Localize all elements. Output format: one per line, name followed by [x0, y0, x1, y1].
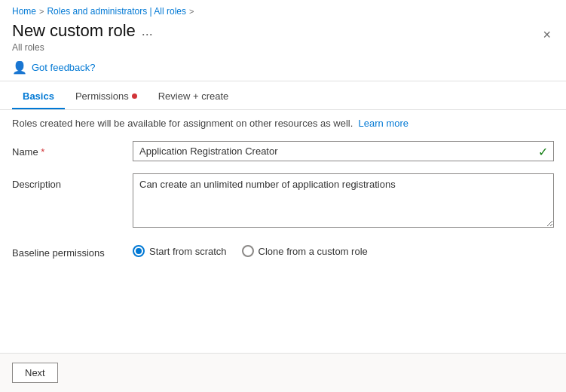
breadcrumb-sep1: >: [39, 7, 44, 16]
info-row: Roles created here will be available for…: [0, 110, 566, 132]
name-input-wrapper: ✓: [133, 141, 554, 161]
name-label: Name *: [12, 141, 133, 158]
description-label: Description: [12, 173, 133, 190]
baseline-input-area: Start from scratch Clone from a custom r…: [133, 242, 554, 257]
radio-scratch-inner: [136, 248, 142, 254]
name-checkmark-icon: ✓: [538, 144, 548, 158]
name-required-star: *: [41, 146, 44, 158]
radio-scratch-label: Start from scratch: [149, 246, 227, 257]
breadcrumb-sep2: >: [189, 7, 194, 16]
name-field-row: Name * ✓: [12, 141, 554, 161]
tab-permissions-dot: [132, 93, 137, 99]
form-area: Name * ✓ Description Baseline permission…: [0, 132, 566, 353]
description-input[interactable]: [133, 173, 554, 228]
description-field-row: Description: [12, 173, 554, 230]
radio-scratch-button[interactable]: [133, 245, 145, 257]
radio-clone-button[interactable]: [242, 245, 254, 257]
tab-review-label: Review + create: [158, 90, 229, 102]
breadcrumb: Home > Roles and administrators | All ro…: [0, 0, 566, 21]
radio-clone-option[interactable]: Clone from a custom role: [242, 245, 368, 257]
tab-permissions[interactable]: Permissions: [65, 84, 148, 109]
feedback-row: 👤 Got feedback?: [0, 57, 566, 81]
next-button[interactable]: Next: [12, 363, 58, 383]
description-input-area: [133, 173, 554, 230]
feedback-label[interactable]: Got feedback?: [32, 62, 96, 73]
name-input-area: ✓: [133, 141, 554, 161]
feedback-icon: 👤: [12, 60, 27, 75]
breadcrumb-roles-admin[interactable]: Roles and administrators | All roles: [47, 6, 186, 17]
tab-basics[interactable]: Basics: [12, 84, 65, 109]
header-row: New custom role ... All roles ×: [0, 21, 566, 57]
title-area: New custom role ... All roles: [12, 21, 153, 53]
tabs-row: Basics Permissions Review + create: [0, 84, 566, 110]
info-text: Roles created here will be available for…: [12, 118, 353, 129]
page-title: New custom role ...: [12, 21, 153, 41]
tab-permissions-label: Permissions: [75, 90, 129, 102]
baseline-label: Baseline permissions: [12, 242, 133, 259]
panel: Home > Roles and administrators | All ro…: [0, 0, 566, 392]
tab-basics-label: Basics: [23, 90, 54, 102]
radio-scratch-option[interactable]: Start from scratch: [133, 245, 227, 257]
name-input[interactable]: [133, 141, 554, 161]
page-title-text: New custom role: [12, 21, 136, 41]
radio-group: Start from scratch Clone from a custom r…: [133, 242, 554, 257]
baseline-field-row: Baseline permissions Start from scratch …: [12, 242, 554, 259]
radio-clone-label: Clone from a custom role: [259, 246, 368, 257]
close-button[interactable]: ×: [540, 24, 554, 46]
page-subtitle: All roles: [12, 42, 153, 53]
title-more-button[interactable]: ...: [142, 23, 153, 39]
breadcrumb-home[interactable]: Home: [12, 6, 36, 17]
learn-more-link[interactable]: Learn more: [359, 118, 408, 129]
footer-bar: Next: [0, 353, 566, 392]
tab-review[interactable]: Review + create: [148, 84, 240, 109]
